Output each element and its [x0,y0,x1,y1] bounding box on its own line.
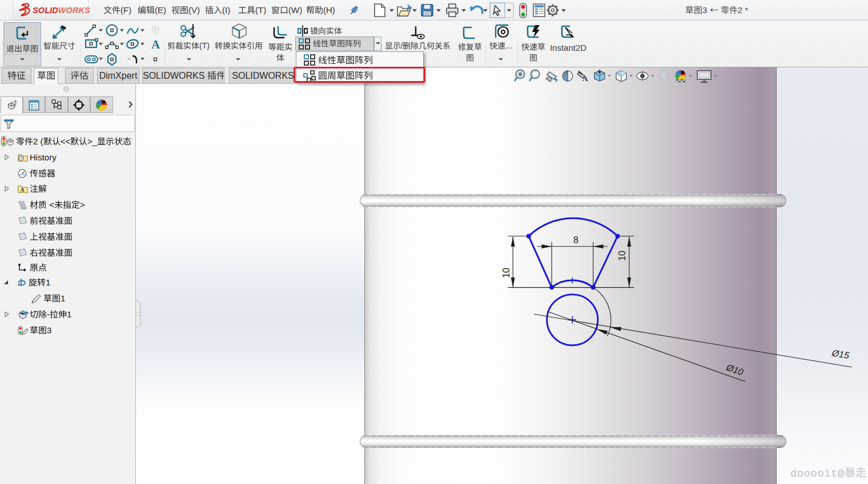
svg-text:Ø10: Ø10 [725,362,745,377]
svg-text:10: 10 [617,251,627,261]
svg-text:8: 8 [573,235,578,245]
svg-text:10: 10 [501,268,511,278]
svg-text:Ø15: Ø15 [831,348,850,361]
svg-text:A: A [582,74,588,83]
